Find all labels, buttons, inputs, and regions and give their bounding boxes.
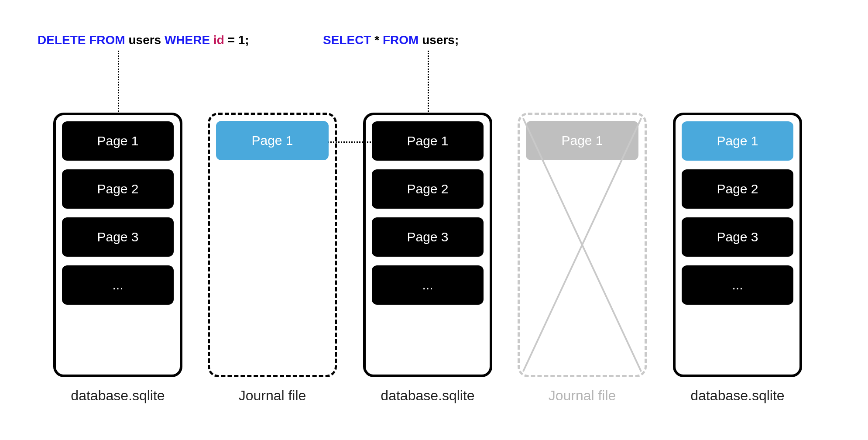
- page-label: Page 3: [717, 230, 758, 244]
- sql-keyword: DELETE FROM: [38, 33, 125, 47]
- sql-keyword: SELECT: [323, 33, 371, 47]
- sql-semicolon: ;: [245, 33, 249, 47]
- page-label: Page 1: [407, 134, 448, 148]
- sql-tablename: users: [422, 33, 455, 47]
- page-label: Page 3: [407, 230, 448, 244]
- sql-keyword: WHERE: [165, 33, 210, 47]
- page-block: Page 1: [372, 121, 484, 161]
- page-block: Page 3: [372, 217, 484, 257]
- page-label: Page 1: [561, 133, 603, 148]
- page-block: Page 1: [62, 121, 174, 161]
- page-block: ...: [372, 265, 484, 305]
- database-file-box: Page 1 Page 2 Page 3 ...: [363, 113, 492, 377]
- page-block: Page 2: [372, 169, 484, 209]
- journal-file-box-deleted: Page 1: [518, 113, 647, 377]
- page-label: Page 3: [97, 230, 138, 244]
- page-label: ...: [112, 278, 123, 292]
- page-label: ...: [732, 278, 743, 292]
- page-block: Page 2: [62, 169, 174, 209]
- database-file-box: Page 1 Page 2 Page 3 ...: [53, 113, 182, 377]
- page-label: Page 1: [97, 134, 138, 148]
- page-block: Page 1: [526, 121, 638, 160]
- connector-line: [118, 51, 119, 114]
- sql-keyword: FROM: [383, 33, 419, 47]
- page-block: ...: [682, 265, 793, 305]
- sql-delete-query: DELETE FROM users WHERE id = 1;: [38, 33, 249, 47]
- sql-semicolon: ;: [455, 33, 459, 47]
- database-file-box: Page 1 Page 2 Page 3 ...: [673, 113, 802, 377]
- sql-select-query: SELECT * FROM users;: [323, 33, 459, 47]
- caption-database: database.sqlite: [673, 388, 802, 404]
- sql-value: 1: [238, 33, 245, 47]
- caption-journal: Journal file: [518, 388, 647, 404]
- sql-tablename: users: [128, 33, 161, 47]
- page-block: Page 2: [682, 169, 793, 209]
- page-block: ...: [62, 265, 174, 305]
- page-label: Page 2: [407, 182, 448, 196]
- caption-database: database.sqlite: [53, 388, 182, 404]
- connector-line: [428, 51, 429, 114]
- caption-journal: Journal file: [208, 388, 337, 404]
- sql-star: *: [374, 33, 379, 47]
- sql-equals: =: [228, 33, 235, 47]
- page-label: ...: [422, 278, 433, 292]
- page-block: Page 3: [62, 217, 174, 257]
- page-block: Page 1: [216, 121, 329, 160]
- page-block: Page 1: [682, 121, 793, 161]
- page-label: Page 1: [251, 133, 293, 148]
- journal-file-box: Page 1: [208, 113, 337, 377]
- page-label: Page 2: [97, 182, 138, 196]
- sql-column: id: [213, 33, 224, 47]
- page-label: Page 2: [717, 182, 758, 196]
- page-block: Page 3: [682, 217, 793, 257]
- caption-database: database.sqlite: [363, 388, 492, 404]
- page-label: Page 1: [717, 134, 758, 148]
